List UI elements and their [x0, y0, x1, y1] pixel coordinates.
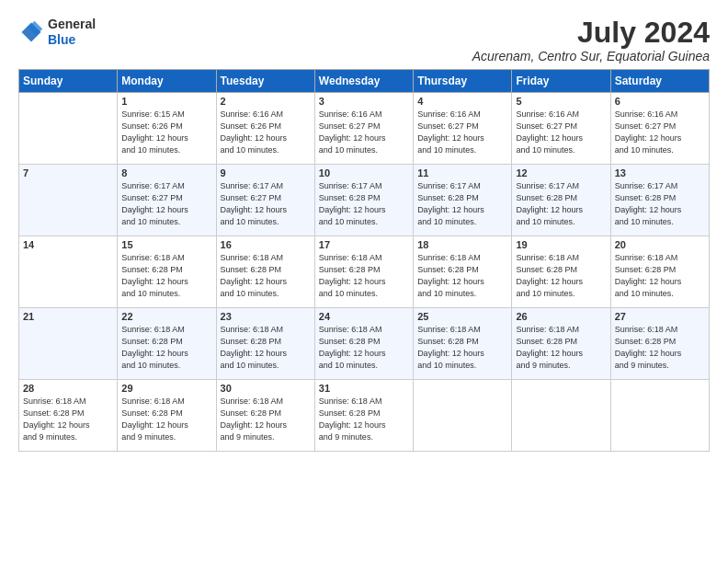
day-info: Sunrise: 6:18 AM Sunset: 6:28 PM Dayligh…: [121, 396, 211, 443]
calendar-cell: 19Sunrise: 6:18 AM Sunset: 6:28 PM Dayli…: [512, 236, 610, 308]
day-number: 30: [221, 383, 311, 394]
day-number: 19: [516, 239, 606, 250]
calendar-week-2: 78Sunrise: 6:17 AM Sunset: 6:27 PM Dayli…: [19, 165, 710, 236]
day-info: Sunrise: 6:17 AM Sunset: 6:27 PM Dayligh…: [221, 180, 311, 228]
calendar-page: General Blue July 2024 Acurenam, Centro …: [0, 0, 728, 563]
day-info: Sunrise: 6:18 AM Sunset: 6:28 PM Dayligh…: [121, 324, 211, 372]
day-info: Sunrise: 6:18 AM Sunset: 6:28 PM Dayligh…: [417, 252, 507, 300]
calendar-cell: 6Sunrise: 6:16 AM Sunset: 6:27 PM Daylig…: [610, 93, 709, 165]
calendar-cell: 12Sunrise: 6:17 AM Sunset: 6:28 PM Dayli…: [512, 165, 610, 236]
day-info: Sunrise: 6:18 AM Sunset: 6:28 PM Dayligh…: [221, 396, 311, 443]
day-number: 3: [319, 96, 409, 107]
month-year-title: July 2024: [472, 17, 710, 49]
day-info: Sunrise: 6:17 AM Sunset: 6:28 PM Dayligh…: [615, 180, 705, 228]
day-info: Sunrise: 6:18 AM Sunset: 6:28 PM Dayligh…: [221, 252, 311, 300]
header: General Blue July 2024 Acurenam, Centro …: [18, 17, 710, 63]
day-number: 7: [23, 167, 113, 178]
calendar-cell: 23Sunrise: 6:18 AM Sunset: 6:28 PM Dayli…: [216, 308, 314, 380]
day-number: 22: [121, 311, 211, 322]
day-number: 6: [615, 96, 705, 107]
day-number: 26: [516, 311, 606, 322]
day-info: Sunrise: 6:15 AM Sunset: 6:26 PM Dayligh…: [121, 109, 211, 156]
col-tuesday: Tuesday: [216, 70, 314, 93]
day-info: Sunrise: 6:17 AM Sunset: 6:28 PM Dayligh…: [319, 180, 409, 228]
day-number: 28: [23, 383, 113, 394]
calendar-cell: 15Sunrise: 6:18 AM Sunset: 6:28 PM Dayli…: [118, 236, 216, 308]
calendar-cell: [19, 93, 118, 165]
calendar-week-3: 1415Sunrise: 6:18 AM Sunset: 6:28 PM Day…: [19, 236, 710, 308]
calendar-cell: 17Sunrise: 6:18 AM Sunset: 6:28 PM Dayli…: [314, 236, 413, 308]
calendar-cell: 28Sunrise: 6:18 AM Sunset: 6:28 PM Dayli…: [19, 380, 118, 452]
calendar-cell: 1Sunrise: 6:15 AM Sunset: 6:26 PM Daylig…: [118, 93, 216, 165]
logo-text: General Blue: [48, 17, 96, 48]
day-number: 18: [417, 239, 507, 250]
calendar-cell: 30Sunrise: 6:18 AM Sunset: 6:28 PM Dayli…: [216, 380, 314, 452]
logo-blue: Blue: [48, 32, 75, 47]
logo: General Blue: [18, 17, 96, 48]
calendar-cell: [610, 380, 709, 452]
calendar-cell: 5Sunrise: 6:16 AM Sunset: 6:27 PM Daylig…: [512, 93, 610, 165]
calendar-cell: 14: [19, 236, 118, 308]
calendar-week-5: 28Sunrise: 6:18 AM Sunset: 6:28 PM Dayli…: [19, 380, 710, 452]
calendar-cell: [414, 380, 512, 452]
calendar-cell: 3Sunrise: 6:16 AM Sunset: 6:27 PM Daylig…: [314, 93, 413, 165]
col-sunday: Sunday: [19, 70, 118, 93]
calendar-cell: 13Sunrise: 6:17 AM Sunset: 6:28 PM Dayli…: [610, 165, 709, 236]
day-info: Sunrise: 6:18 AM Sunset: 6:28 PM Dayligh…: [319, 252, 409, 300]
day-number: 8: [121, 167, 211, 178]
day-info: Sunrise: 6:18 AM Sunset: 6:28 PM Dayligh…: [615, 252, 705, 300]
day-info: Sunrise: 6:17 AM Sunset: 6:28 PM Dayligh…: [417, 180, 507, 228]
day-number: 4: [417, 96, 507, 107]
day-number: 11: [417, 167, 507, 178]
day-number: 25: [417, 311, 507, 322]
day-number: 9: [221, 167, 311, 178]
day-info: Sunrise: 6:18 AM Sunset: 6:28 PM Dayligh…: [23, 396, 113, 443]
day-info: Sunrise: 6:18 AM Sunset: 6:28 PM Dayligh…: [516, 252, 606, 300]
day-number: 15: [121, 239, 211, 250]
calendar-cell: [512, 380, 610, 452]
header-row: Sunday Monday Tuesday Wednesday Thursday…: [19, 70, 710, 93]
calendar-cell: 25Sunrise: 6:18 AM Sunset: 6:28 PM Dayli…: [414, 308, 512, 380]
day-info: Sunrise: 6:18 AM Sunset: 6:28 PM Dayligh…: [516, 324, 606, 372]
day-number: 21: [23, 311, 113, 322]
calendar-cell: 4Sunrise: 6:16 AM Sunset: 6:27 PM Daylig…: [414, 93, 512, 165]
calendar-cell: 29Sunrise: 6:18 AM Sunset: 6:28 PM Dayli…: [118, 380, 216, 452]
col-thursday: Thursday: [414, 70, 512, 93]
calendar-cell: 7: [19, 165, 118, 236]
day-number: 20: [615, 239, 705, 250]
calendar-cell: 11Sunrise: 6:17 AM Sunset: 6:28 PM Dayli…: [414, 165, 512, 236]
col-saturday: Saturday: [610, 70, 709, 93]
calendar-cell: 31Sunrise: 6:18 AM Sunset: 6:28 PM Dayli…: [314, 380, 413, 452]
day-number: 31: [319, 383, 409, 394]
location-subtitle: Acurenam, Centro Sur, Equatorial Guinea: [472, 49, 710, 63]
calendar-week-4: 2122Sunrise: 6:18 AM Sunset: 6:28 PM Day…: [19, 308, 710, 380]
day-info: Sunrise: 6:18 AM Sunset: 6:28 PM Dayligh…: [221, 324, 311, 372]
day-info: Sunrise: 6:18 AM Sunset: 6:28 PM Dayligh…: [615, 324, 705, 372]
logo-general: General: [48, 17, 96, 31]
day-number: 2: [221, 96, 311, 107]
logo-icon: [18, 19, 44, 45]
calendar-cell: 8Sunrise: 6:17 AM Sunset: 6:27 PM Daylig…: [118, 165, 216, 236]
calendar-cell: 27Sunrise: 6:18 AM Sunset: 6:28 PM Dayli…: [610, 308, 709, 380]
day-number: 5: [516, 96, 606, 107]
calendar-week-1: 1Sunrise: 6:15 AM Sunset: 6:26 PM Daylig…: [19, 93, 710, 165]
day-number: 14: [23, 239, 113, 250]
calendar-cell: 24Sunrise: 6:18 AM Sunset: 6:28 PM Dayli…: [314, 308, 413, 380]
day-info: Sunrise: 6:16 AM Sunset: 6:27 PM Dayligh…: [516, 109, 606, 156]
day-number: 13: [615, 167, 705, 178]
calendar-cell: 16Sunrise: 6:18 AM Sunset: 6:28 PM Dayli…: [216, 236, 314, 308]
calendar-cell: 10Sunrise: 6:17 AM Sunset: 6:28 PM Dayli…: [314, 165, 413, 236]
day-info: Sunrise: 6:18 AM Sunset: 6:28 PM Dayligh…: [319, 324, 409, 372]
day-info: Sunrise: 6:18 AM Sunset: 6:28 PM Dayligh…: [319, 396, 409, 443]
calendar-cell: 2Sunrise: 6:16 AM Sunset: 6:26 PM Daylig…: [216, 93, 314, 165]
day-info: Sunrise: 6:18 AM Sunset: 6:28 PM Dayligh…: [417, 324, 507, 372]
calendar-table: Sunday Monday Tuesday Wednesday Thursday…: [18, 69, 710, 452]
day-info: Sunrise: 6:17 AM Sunset: 6:28 PM Dayligh…: [516, 180, 606, 228]
calendar-cell: 26Sunrise: 6:18 AM Sunset: 6:28 PM Dayli…: [512, 308, 610, 380]
day-number: 1: [121, 96, 211, 107]
day-number: 10: [319, 167, 409, 178]
day-number: 16: [221, 239, 311, 250]
col-wednesday: Wednesday: [314, 70, 413, 93]
calendar-cell: 9Sunrise: 6:17 AM Sunset: 6:27 PM Daylig…: [216, 165, 314, 236]
calendar-cell: 22Sunrise: 6:18 AM Sunset: 6:28 PM Dayli…: [118, 308, 216, 380]
